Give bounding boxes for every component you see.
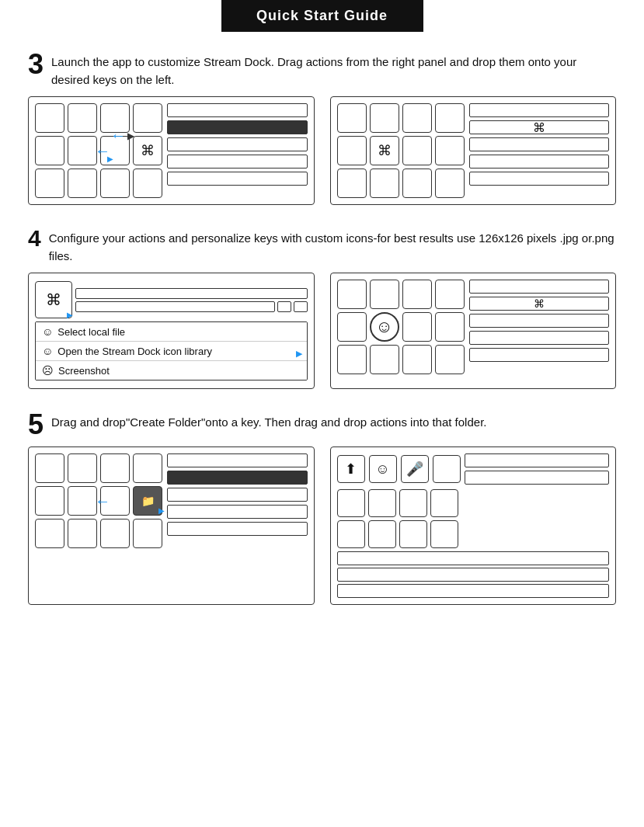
- panel-bar-cmd: ⌘: [469, 297, 610, 311]
- step3-diagram-after: ⌘ ⌘: [330, 96, 617, 205]
- key-cell: [368, 489, 396, 517]
- drag-indicator: ← ▶: [110, 127, 134, 144]
- step4-diagram-left: ⌘ ▶ ☺ Select local file: [28, 273, 315, 389]
- key-cell-folder-arrow: ←: [100, 486, 130, 516]
- icon-library-icon: ☺: [42, 345, 53, 357]
- step5-header: 5 Drag and drop"Create Folder"onto a key…: [28, 411, 616, 439]
- key-cell: [133, 519, 162, 548]
- page-header: Quick Start Guide: [221, 0, 423, 32]
- step5-section: 5 Drag and drop"Create Folder"onto a key…: [28, 411, 616, 605]
- step5-right-panel-right: [465, 453, 610, 485]
- key-cell: [402, 103, 432, 133]
- panel-bar: [167, 172, 308, 186]
- step3-right-panel-before: [167, 103, 308, 186]
- panel-bar: [469, 280, 610, 294]
- step5-diagram-left: ← 📁 ▶: [28, 447, 315, 605]
- key-cell: [35, 519, 64, 548]
- key-cell: [68, 169, 97, 198]
- folder-key-empty: [433, 455, 461, 483]
- key-cell: [402, 280, 432, 309]
- s5-right-bottom-bars: [337, 551, 610, 598]
- key-cell: [337, 489, 365, 517]
- menu-item-label: Open the Stream Dock icon library: [57, 346, 212, 357]
- panel-bar: [469, 314, 610, 328]
- key-cell: [337, 312, 367, 342]
- panel-bar: [167, 103, 308, 117]
- key-cell: [133, 103, 162, 133]
- key-cell: [68, 453, 97, 483]
- key-cell: [35, 486, 64, 516]
- cursor-indicator: ▶: [296, 349, 302, 359]
- panel-bar: [465, 453, 610, 467]
- step4-diagram-right: ☺ ⌘: [330, 273, 617, 389]
- step5-deck-left: ← 📁 ▶: [35, 453, 308, 548]
- menu-item-screenshot[interactable]: ☹ Screenshot: [36, 361, 307, 380]
- key-cell: [370, 345, 399, 374]
- step4-header: 4 Configure your actions and personalize…: [28, 227, 616, 265]
- step3-number: 3: [28, 50, 44, 78]
- key-cell: [35, 136, 64, 165]
- key-cell: [399, 489, 427, 517]
- panel-bar: [469, 331, 610, 345]
- key-cell: [402, 169, 432, 198]
- panel-bar-dark: [167, 120, 308, 134]
- step3-right-panel-after: ⌘: [469, 103, 610, 186]
- step3-section: 3 Launch the app to customize Stream Doc…: [28, 50, 616, 205]
- menu-item-label: Select local file: [57, 326, 125, 338]
- panel-bar: [469, 103, 610, 117]
- step3-diagram-before: ← ▶ ⌘: [28, 96, 315, 205]
- panel-bar: [337, 568, 610, 582]
- step4-number: 4: [28, 227, 41, 250]
- step5-diagrams: ← 📁 ▶: [28, 447, 616, 605]
- key-cell: [368, 520, 396, 548]
- step3-diagrams: ← ▶ ⌘: [28, 96, 616, 205]
- key-grid-left: ← ▶ ⌘: [35, 103, 162, 198]
- panel-bar: [337, 551, 610, 565]
- step4-top-row: ⌘ ▶: [35, 281, 308, 318]
- panel-bar: [469, 155, 610, 169]
- screenshot-icon: ☹: [42, 364, 54, 377]
- panel-bar: [465, 471, 610, 485]
- key-grid-s4-right: ☺: [337, 280, 465, 374]
- step4-section: 4 Configure your actions and personalize…: [28, 227, 616, 389]
- folder-icon-smiley: ☺: [369, 455, 397, 483]
- key-cell: [370, 280, 399, 309]
- key-cell: [430, 489, 458, 517]
- panel-bar: [337, 584, 610, 598]
- step3-deck-before: ← ▶ ⌘: [35, 103, 308, 198]
- menu-item-icon-library[interactable]: ☺ Open the Stream Dock icon library ▶: [36, 342, 307, 361]
- panel-bar: [167, 453, 308, 467]
- step4-deck-right: ☺ ⌘: [337, 280, 610, 374]
- key-cell: [35, 169, 64, 198]
- step5-right-panel-left: [167, 453, 308, 536]
- key-cell: [402, 136, 432, 165]
- key-cell: [435, 345, 465, 374]
- panel-bar: [167, 488, 308, 502]
- key-cell: [337, 280, 367, 309]
- key-cell: [435, 312, 465, 342]
- step4-diagrams: ⌘ ▶ ☺ Select local file: [28, 273, 616, 389]
- key-cell: [100, 169, 130, 198]
- step5-bottom-grid: [337, 489, 610, 598]
- key-cell: [337, 520, 365, 548]
- key-cell: [133, 453, 162, 483]
- key-cell: [35, 103, 64, 133]
- key-cell: [68, 519, 97, 548]
- folder-icon-mic: 🎤: [401, 455, 429, 483]
- config-bar-sm: [294, 301, 308, 312]
- key-cell: [435, 280, 465, 309]
- key-cell: [68, 103, 97, 133]
- step5-diagram-right: ⬆ ☺ 🎤: [330, 447, 617, 605]
- menu-item-select-file[interactable]: ☺ Select local file: [36, 322, 307, 342]
- key-cell: [370, 169, 399, 198]
- menu-item-label: Screenshot: [58, 365, 110, 377]
- config-bar: [75, 288, 308, 299]
- key-cell: [337, 103, 367, 133]
- key-cell: [337, 169, 367, 198]
- panel-bar: [469, 172, 610, 186]
- panel-bar: [167, 137, 308, 151]
- key-cell: [435, 169, 465, 198]
- key-cell-cmd: ⌘: [370, 136, 399, 165]
- key-cell: [399, 520, 427, 548]
- key-grid-s5-left: ← 📁 ▶: [35, 453, 162, 548]
